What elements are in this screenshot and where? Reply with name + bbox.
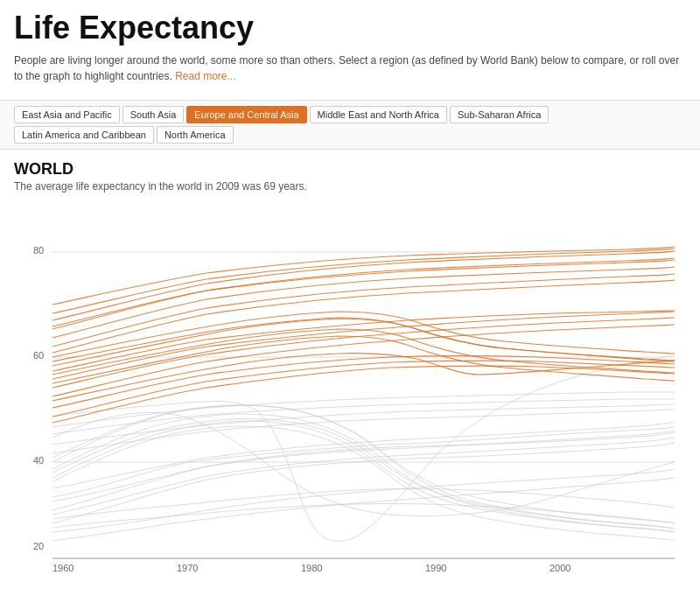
tab-south-asia[interactable]: South Asia (122, 106, 185, 123)
grey-line-ss-3 (52, 405, 675, 523)
tab-north-america[interactable]: North America (157, 126, 234, 144)
chart-region-title: WORLD (14, 160, 686, 179)
x-label-1960: 1960 (52, 563, 74, 573)
orange-line-conf-1 (52, 353, 675, 400)
y-label-80: 80 (33, 245, 44, 256)
grey-line-ss-1 (52, 418, 675, 529)
chart-container: 80 60 40 20 1960 1970 1980 1990 2000 (14, 200, 686, 576)
x-label-1980: 1980 (301, 563, 322, 573)
tab-east-asia[interactable]: East Asia and Pacific (14, 106, 120, 123)
orange-line-1 (52, 251, 675, 320)
chart-section: WORLD The average life expectancy in the… (0, 150, 700, 576)
page-subtitle: People are living longer around the worl… (14, 53, 686, 84)
orange-line-8 (52, 260, 675, 326)
chart-svg: 80 60 40 20 1960 1970 1980 1990 2000 (14, 200, 686, 576)
subtitle-text: People are living longer around the worl… (14, 54, 679, 82)
orange-line-7 (52, 280, 675, 353)
x-label-2000: 2000 (550, 563, 570, 573)
y-label-20: 20 (33, 541, 44, 551)
page-header: Life Expectancy People are living longer… (0, 0, 700, 100)
tab-europe-central-asia[interactable]: Europe and Central Asia (186, 106, 306, 123)
orange-line-3 (52, 267, 675, 338)
grey-line-mid-4 (52, 410, 675, 453)
tab-latin-america[interactable]: Latin America and Caribbean (14, 126, 154, 144)
tab-sub-saharan-africa[interactable]: Sub-Saharan Africa (450, 106, 549, 123)
tab-middle-east[interactable]: Middle East and North Africa (310, 106, 447, 123)
grey-line-afgha (52, 412, 675, 515)
x-label-1990: 1990 (425, 563, 446, 573)
y-label-60: 60 (33, 350, 44, 361)
region-tabs-container: East Asia and Pacific South Asia Europe … (0, 100, 700, 150)
grey-line-2 (52, 432, 675, 510)
x-label-1970: 1970 (177, 563, 198, 573)
grey-line-low-1 (52, 503, 675, 528)
orange-line-east-4 (52, 325, 675, 396)
grey-line-ss-4 (52, 404, 675, 528)
chart-region-description: The average life expectancy in the world… (14, 180, 686, 193)
y-label-40: 40 (33, 455, 44, 466)
grey-line-ss-2 (52, 421, 675, 532)
orange-line-soviet-3 (52, 318, 675, 361)
read-more-link[interactable]: Read more... (175, 70, 235, 82)
page-title: Life Expectancy (14, 11, 686, 46)
